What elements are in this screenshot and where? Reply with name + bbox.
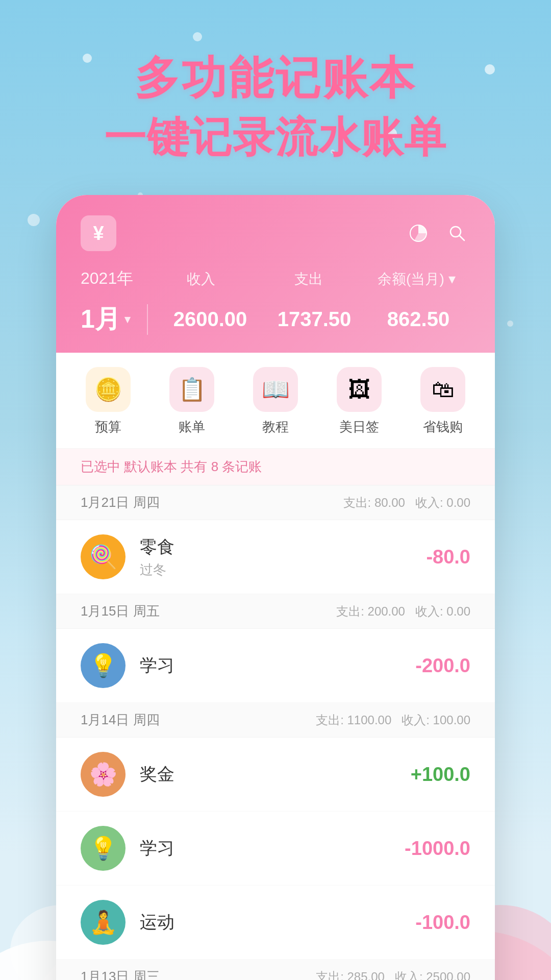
budget-icon: 🪙: [86, 367, 131, 412]
income-col: 收入: [147, 270, 255, 293]
stats-labels-row: 2021年 收入 支出 余额(当月) ▾: [81, 267, 470, 293]
bonus-amount: +100.0: [411, 764, 470, 786]
hero-title-line1: 多功能记账本: [0, 51, 551, 105]
study2-amount: -1000.0: [405, 838, 470, 860]
year-label: 2021年: [81, 267, 147, 290]
exercise-info: 运动: [140, 911, 401, 934]
search-icon[interactable]: [444, 220, 470, 247]
study1-info: 学习: [140, 654, 401, 677]
income-label: 收入: [147, 270, 255, 289]
income-value: 2600.00: [158, 308, 262, 331]
menu-item-tutorial[interactable]: 📖 教程: [253, 367, 298, 436]
tx-item-exercise[interactable]: 🧘 运动 -100.0: [56, 886, 495, 960]
header-top-row: ¥: [81, 215, 470, 251]
tx-item-snack[interactable]: 🍭 零食 过冬 -80.0: [56, 520, 495, 594]
expense-value: 1737.50: [262, 308, 366, 331]
month-dropdown-arrow: ▾: [124, 313, 130, 326]
shop-label: 省钱购: [423, 418, 463, 436]
month-selector[interactable]: 1月 ▾: [81, 302, 147, 336]
hero-section: 多功能记账本 一键记录流水账单: [0, 0, 551, 164]
tutorial-label: 教程: [262, 418, 289, 436]
quick-menu: 🪙 预算 📋 账单 📖 教程 🖼 美日签 🛍 省钱购: [56, 353, 495, 449]
exercise-name: 运动: [140, 911, 401, 934]
date-label-jan13: 1月13日 周三: [81, 968, 160, 980]
bill-icon: 📋: [169, 367, 214, 412]
balance-value: 862.50: [366, 308, 470, 331]
date-row-jan13: 1月13日 周三 支出: 285.00 收入: 2500.00: [56, 960, 495, 980]
stats-values-row: 1月 ▾ 2600.00 1737.50 862.50: [81, 302, 470, 336]
expense-label: 支出: [255, 270, 362, 289]
date-summary-jan13: 支出: 285.00 收入: 2500.00: [316, 969, 470, 980]
expense-col: 支出: [255, 270, 362, 293]
yuan-icon: ¥: [81, 215, 116, 251]
date-label-jan15: 1月15日 周五: [81, 602, 160, 620]
date-label-jan21: 1月21日 周四: [81, 494, 160, 511]
shop-icon: 🛍: [420, 367, 465, 412]
account-info-text: 已选中 默认账本 共有 8 条记账: [81, 459, 262, 474]
bonus-info: 奖金: [140, 763, 396, 786]
date-summary-jan21: 支出: 80.00 收入: 0.00: [343, 495, 470, 511]
bonus-avatar: 🌸: [81, 752, 126, 797]
balance-label: 余额(当月) ▾: [363, 270, 470, 289]
budget-label: 预算: [95, 418, 121, 436]
tx-item-bonus[interactable]: 🌸 奖金 +100.0: [56, 738, 495, 812]
study2-avatar: 💡: [81, 826, 126, 871]
snack-amount: -80.0: [426, 546, 470, 568]
bill-label: 账单: [179, 418, 205, 436]
date-row-jan21: 1月21日 周四 支出: 80.00 收入: 0.00: [56, 485, 495, 520]
diary-label: 美日签: [339, 418, 379, 436]
header-actions: [405, 220, 470, 247]
stat-divider: [147, 304, 148, 335]
transaction-list: 1月21日 周四 支出: 80.00 收入: 0.00 🍭 零食 过冬 -80.…: [56, 485, 495, 980]
bonus-name: 奖金: [140, 763, 396, 786]
menu-item-diary[interactable]: 🖼 美日签: [337, 367, 382, 436]
snack-name: 零食: [140, 535, 412, 559]
app-card: ¥ 2021年: [56, 195, 495, 980]
account-info-bar: 已选中 默认账本 共有 8 条记账: [56, 449, 495, 485]
balance-value-col: 862.50: [366, 308, 470, 331]
study1-amount: -200.0: [415, 655, 470, 677]
date-row-jan15: 1月15日 周五 支出: 200.00 收入: 0.00: [56, 594, 495, 629]
study2-name: 学习: [140, 837, 390, 860]
hero-title-line2: 一键记录流水账单: [0, 110, 551, 165]
app-header: ¥ 2021年: [56, 195, 495, 353]
income-value-col: 2600.00: [158, 308, 262, 331]
tutorial-icon: 📖: [253, 367, 298, 412]
exercise-amount: -100.0: [415, 912, 470, 934]
menu-item-shop[interactable]: 🛍 省钱购: [420, 367, 465, 436]
date-summary-jan14: 支出: 1100.00 收入: 100.00: [316, 712, 470, 728]
balance-col: 余额(当月) ▾: [363, 270, 470, 293]
snack-info: 零食 过冬: [140, 535, 412, 579]
snack-avatar: 🍭: [81, 534, 126, 579]
diary-icon: 🖼: [337, 367, 382, 412]
chart-icon[interactable]: [405, 220, 432, 247]
date-row-jan14: 1月14日 周四 支出: 1100.00 收入: 100.00: [56, 703, 495, 738]
date-label-jan14: 1月14日 周四: [81, 711, 160, 729]
exercise-avatar: 🧘: [81, 900, 126, 945]
study2-info: 学习: [140, 837, 390, 860]
snack-sub: 过冬: [140, 561, 412, 579]
expense-value-col: 1737.50: [262, 308, 366, 331]
menu-item-bill[interactable]: 📋 账单: [169, 367, 214, 436]
svg-line-2: [459, 235, 464, 240]
study1-avatar: 💡: [81, 643, 126, 688]
tx-item-study1[interactable]: 💡 学习 -200.0: [56, 629, 495, 703]
study1-name: 学习: [140, 654, 401, 677]
date-summary-jan15: 支出: 200.00 收入: 0.00: [336, 603, 470, 620]
tx-item-study2[interactable]: 💡 学习 -1000.0: [56, 812, 495, 886]
menu-item-budget[interactable]: 🪙 预算: [86, 367, 131, 436]
